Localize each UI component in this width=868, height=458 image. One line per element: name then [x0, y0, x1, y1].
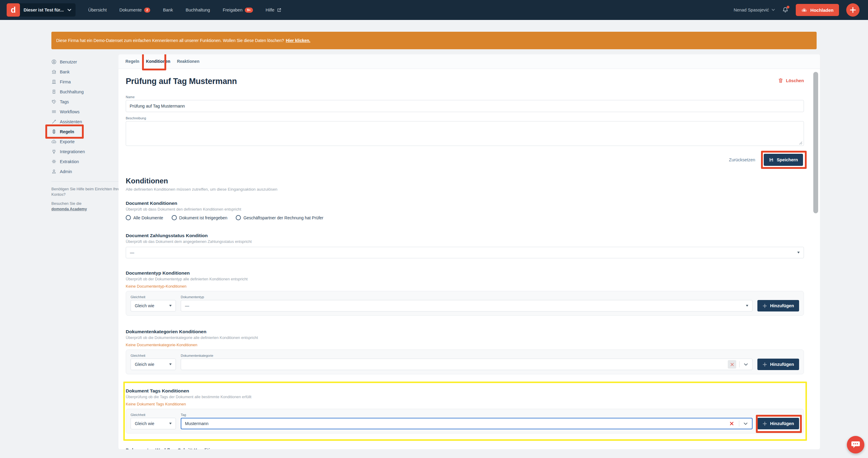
select-value: Gleich wie	[135, 303, 154, 308]
add-condition-button[interactable]: Hinzufügen	[757, 300, 799, 312]
plug-icon	[51, 149, 57, 154]
description-label: Beschreibung	[126, 116, 804, 120]
sidebar-item-admin[interactable]: Admin	[45, 166, 125, 176]
nav-buchhaltung[interactable]: Buchhaltung	[186, 7, 210, 12]
academy-link[interactable]: domonda Academy	[51, 207, 87, 211]
reset-button[interactable]: Zurücksetzen	[729, 157, 755, 162]
x-icon	[730, 363, 734, 366]
sidebar-item-firma[interactable]: Firma	[45, 77, 125, 87]
rule-description-textarea[interactable]	[126, 121, 804, 146]
condition-editor-card: Gleichheit Gleich wie Dokumentenkategori…	[126, 350, 804, 374]
sidebar-item-extraktion[interactable]: Extraktion	[45, 157, 125, 166]
nav-label: Übersicht	[88, 7, 107, 12]
tag-combobox[interactable]: Mustermann	[181, 418, 752, 429]
clear-button[interactable]	[728, 360, 736, 368]
add-button[interactable]	[846, 3, 860, 17]
document-type-select[interactable]: —	[181, 300, 752, 312]
radio-circle[interactable]	[126, 215, 131, 220]
freigaben-count-badge: 9+	[245, 7, 253, 13]
radio-circle[interactable]	[172, 215, 177, 220]
trash-icon	[778, 78, 783, 83]
chat-bubble-icon	[851, 440, 860, 449]
open-dropdown-button[interactable]	[743, 363, 749, 366]
main-nav: Übersicht Dokumente2 Bank Buchhaltung Fr…	[88, 7, 281, 13]
select-value: —	[185, 303, 189, 308]
sidebar-item-regeln[interactable]: Regeln	[45, 127, 125, 136]
section-subheading: Überprüft ob dass Dokument den definiert…	[126, 207, 804, 211]
equality-select[interactable]: Gleich wie	[130, 359, 176, 370]
section-heading: Dokumentenkategorien Konditionen	[126, 329, 804, 334]
resize-grip-icon[interactable]	[799, 141, 802, 145]
page-title: Prüfung auf Tag Mustermann	[126, 77, 237, 86]
radio-dokument-freigegeben[interactable]: Dokument ist freigegeben	[172, 215, 227, 220]
payment-status-select[interactable]: —	[126, 247, 804, 258]
sidebar-item-label: Benutzer	[60, 60, 77, 64]
select-value: Gleich wie	[135, 362, 154, 367]
conditions-heading: Konditionen	[126, 177, 804, 185]
document-category-combobox[interactable]	[181, 359, 752, 370]
rule-name-input[interactable]	[126, 100, 804, 112]
empty-conditions-notice: Keine Dokument Tags Konditionen	[126, 402, 804, 406]
nav-label: Hilfe	[266, 7, 274, 12]
company-selector[interactable]: d Dieser ist Test für...	[7, 3, 75, 17]
bank-icon	[51, 69, 57, 74]
nav-uebersicht[interactable]: Übersicht	[88, 7, 107, 12]
scrollbar-thumb[interactable]	[813, 72, 818, 213]
nav-label: Bank	[163, 7, 173, 12]
notification-dot	[787, 6, 789, 8]
section-heading: Dokument Tags Konditionen	[126, 388, 804, 394]
conditions-subheading: Alle definierten Konditionen müssen zutr…	[126, 187, 804, 192]
save-button[interactable]: Speichern	[764, 154, 803, 166]
radio-alle-dokumente[interactable]: Alle Dokumente	[126, 215, 163, 220]
delete-label: Löschen	[786, 78, 804, 83]
plus-icon	[763, 421, 767, 426]
sidebar-item-benutzer[interactable]: Benutzer	[45, 57, 125, 67]
condition-editor-card: Gleichheit Gleich wie Tag Mustermann	[126, 409, 804, 433]
user-menu[interactable]: Nenad Spasojević	[734, 7, 775, 12]
wand-icon	[51, 119, 57, 124]
radio-circle[interactable]	[236, 215, 241, 220]
rule-editor-panel: Regeln Konditionen Reaktionen Prüfung au…	[119, 54, 820, 449]
nav-freigaben[interactable]: Freigaben9+	[223, 7, 253, 13]
upload-button[interactable]: Hochladen	[796, 4, 839, 16]
workflow-icon	[51, 109, 57, 114]
delete-rule-button[interactable]: Löschen	[778, 78, 804, 83]
add-tag-condition-button[interactable]: Hinzufügen	[757, 418, 799, 429]
caret-down-icon	[169, 305, 172, 307]
open-dropdown-button[interactable]	[742, 422, 749, 426]
sidebar-item-assistenten[interactable]: Assistenten	[45, 117, 125, 127]
chevron-down-icon	[67, 9, 71, 11]
banner-delete-link[interactable]: Hier klicken.	[286, 38, 310, 43]
sidebar-item-workflows[interactable]: Workflows	[45, 107, 125, 117]
tab-reaktionen[interactable]: Reaktionen	[177, 54, 199, 69]
section-heading: Dokumenten Workflow Schritt Konditionen	[126, 448, 804, 449]
nav-hilfe[interactable]: Hilfe	[266, 7, 281, 12]
condition-editor-card: Gleichheit Gleich wie Dokumententyp — H	[126, 291, 804, 316]
document-conditions-section: Document Konditionen Überprüft ob dass D…	[126, 201, 804, 220]
clear-button[interactable]	[727, 419, 736, 428]
tab-konditionen[interactable]: Konditionen	[146, 54, 170, 69]
select-value: Gleich wie	[135, 421, 154, 426]
sidebar-item-exporte[interactable]: Exporte	[45, 136, 125, 146]
chat-support-button[interactable]	[847, 436, 864, 454]
sidebar-item-buchhaltung[interactable]: Buchhaltung	[45, 87, 125, 97]
sidebar-item-integrationen[interactable]: Integrationen	[45, 146, 125, 157]
traffic-light-icon	[51, 129, 57, 134]
caret-down-icon	[746, 305, 748, 307]
equality-select[interactable]: Gleich wie	[130, 300, 176, 312]
tab-regeln[interactable]: Regeln	[125, 54, 139, 69]
cloud-upload-icon	[801, 7, 807, 12]
add-condition-button[interactable]: Hinzufügen	[757, 359, 799, 370]
tab-label: Reaktionen	[177, 59, 199, 64]
tag-icon	[51, 99, 57, 104]
equality-select[interactable]: Gleich wie	[130, 418, 176, 429]
sidebar-item-bank[interactable]: Bank	[45, 67, 125, 77]
notifications-button[interactable]	[782, 7, 788, 13]
nav-bank[interactable]: Bank	[163, 7, 173, 12]
radio-geschaeftspartner-pruefer[interactable]: Geschäftspartner der Rechnung hat Prüfer	[236, 215, 323, 220]
nav-dokumente[interactable]: Dokumente2	[119, 7, 150, 13]
sidebar-help: Benötigen Sie Hilfe beim Einrichten Ihre…	[51, 181, 122, 212]
section-subheading: Überprüft ob der Dokumententyp alle defi…	[126, 277, 804, 281]
add-label: Hinzufügen	[770, 421, 794, 426]
sidebar-item-tags[interactable]: Tags	[45, 97, 125, 107]
